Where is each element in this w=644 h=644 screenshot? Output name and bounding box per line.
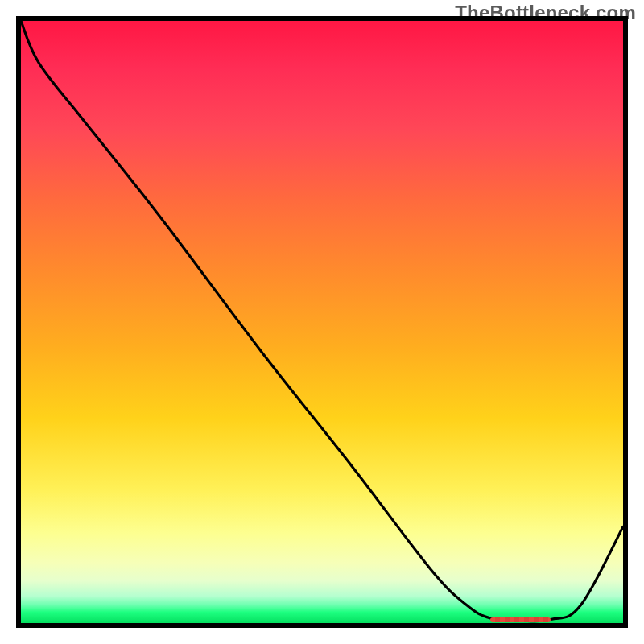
optimum-marker — [490, 617, 551, 622]
curve-path — [21, 21, 623, 621]
bottleneck-curve — [21, 21, 623, 623]
chart-container: TheBottleneck.com — [0, 0, 644, 644]
